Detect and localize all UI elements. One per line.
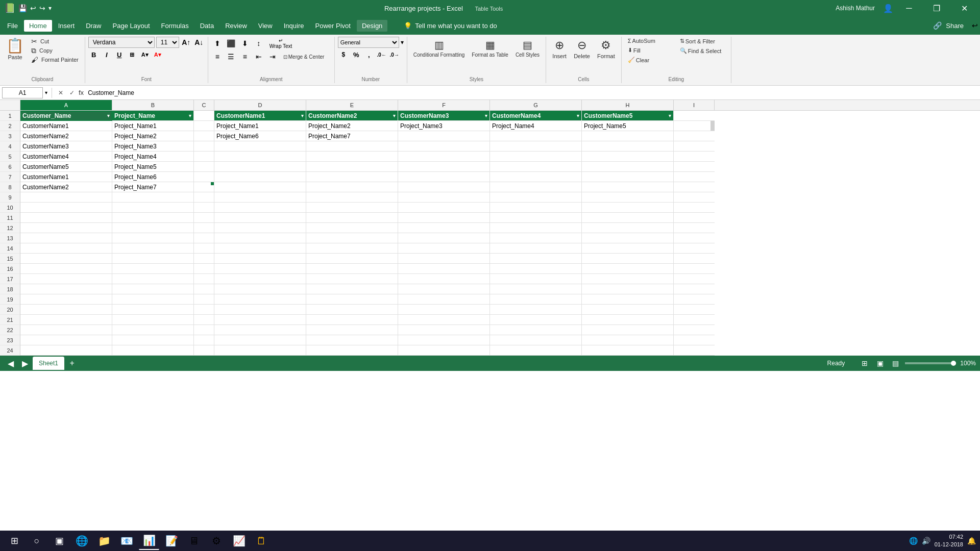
cell-A22[interactable] xyxy=(20,325,112,335)
autosum-button[interactable]: Σ AutoSum xyxy=(625,37,676,45)
cell-H8[interactable] xyxy=(582,182,674,192)
outlook-button[interactable]: 📧 xyxy=(116,532,137,550)
cell-H4[interactable] xyxy=(582,141,674,152)
cell-G8[interactable] xyxy=(490,182,582,192)
start-button[interactable]: ⊞ xyxy=(4,532,24,550)
network-icon[interactable]: 🌐 xyxy=(909,537,918,545)
cell-A18[interactable] xyxy=(20,284,112,294)
app5-button[interactable]: 🖥 xyxy=(184,532,204,550)
fill-color-button[interactable]: A▾ xyxy=(139,49,151,60)
taskbar-time[interactable]: 07:42 01-12-2018 xyxy=(935,533,963,549)
cell-C2[interactable] xyxy=(194,121,214,131)
normal-view-button[interactable]: ⊞ xyxy=(859,358,870,369)
quick-access-save[interactable]: 💾 xyxy=(18,4,27,12)
cell-E5[interactable] xyxy=(306,152,398,162)
minimize-button[interactable]: ─ xyxy=(897,0,921,16)
percent-button[interactable]: % xyxy=(351,49,362,60)
conditional-formatting-button[interactable]: ▥ Conditional Formatting xyxy=(410,37,468,60)
menu-review[interactable]: Review xyxy=(220,20,252,32)
powerbi-button[interactable]: 📈 xyxy=(229,532,249,550)
col-header-C[interactable]: C xyxy=(194,100,214,110)
cell-G5[interactable] xyxy=(490,152,582,162)
text-direction-button[interactable]: ↕ xyxy=(253,38,265,49)
page-break-view-button[interactable]: ▤ xyxy=(890,358,901,369)
edge-button[interactable]: 🌐 xyxy=(71,532,92,550)
cell-A11[interactable] xyxy=(20,213,112,223)
row-num-23[interactable]: 23 xyxy=(0,335,20,345)
increase-decimal-button[interactable]: .0→ xyxy=(389,49,400,60)
cell-A2[interactable]: CustomerName1 xyxy=(20,121,112,131)
share-label[interactable]: Share xyxy=(946,22,964,30)
row-num-9[interactable]: 9 xyxy=(0,192,20,203)
profile-icon[interactable]: 👤 xyxy=(883,4,893,13)
cell-reference-input[interactable]: A1 xyxy=(2,87,43,98)
cell-E1[interactable]: CustomerName2 ▾ xyxy=(306,111,398,121)
cell-F1[interactable]: CustomerName3 ▾ xyxy=(398,111,490,121)
cell-G7[interactable] xyxy=(490,172,582,182)
cell-I5[interactable] xyxy=(674,152,715,162)
quick-access-undo[interactable]: ↩ xyxy=(30,4,36,12)
menu-inquire[interactable]: Inquire xyxy=(279,20,309,32)
cell-D3[interactable]: Project_Name6 xyxy=(214,131,306,141)
cell-G3[interactable] xyxy=(490,131,582,141)
row-num-21[interactable]: 21 xyxy=(0,315,20,325)
cell-B7[interactable]: Project_Name6 xyxy=(112,172,194,182)
row-num-11[interactable]: 11 xyxy=(0,213,20,223)
align-right-button[interactable]: ≡ xyxy=(239,51,251,62)
cancel-formula-button[interactable]: ✕ xyxy=(56,89,65,96)
cell-E4[interactable] xyxy=(306,141,398,152)
cell-G1[interactable]: CustomerName4 ▾ xyxy=(490,111,582,121)
sheet-tab-sheet1[interactable]: Sheet1 xyxy=(33,357,64,370)
add-sheet-button[interactable]: + xyxy=(65,357,79,370)
row-num-19[interactable]: 19 xyxy=(0,294,20,305)
row-num-2[interactable]: 2 xyxy=(0,121,20,131)
cell-I7[interactable] xyxy=(674,172,715,182)
zoom-slider[interactable] xyxy=(905,362,956,364)
col-header-H[interactable]: H xyxy=(582,100,674,110)
scroll-sheets-left[interactable]: ◀ xyxy=(4,357,17,370)
cell-D6[interactable] xyxy=(214,162,306,172)
cell-A23[interactable] xyxy=(20,335,112,345)
cell-A12[interactable] xyxy=(20,223,112,233)
cell-B2[interactable]: Project_Name1 xyxy=(112,121,194,131)
cell-D4[interactable] xyxy=(214,141,306,152)
align-left-button[interactable]: ≡ xyxy=(211,51,224,62)
cell-I1[interactable] xyxy=(674,111,715,121)
cell-H7[interactable] xyxy=(582,172,674,182)
confirm-formula-button[interactable]: ✓ xyxy=(67,89,77,96)
cell-G2[interactable]: Project_Name4 xyxy=(490,121,582,131)
menu-file[interactable]: File xyxy=(2,20,23,32)
bold-button[interactable]: B xyxy=(88,49,100,60)
italic-button[interactable]: I xyxy=(101,49,112,60)
cell-G6[interactable] xyxy=(490,162,582,172)
cell-E7[interactable] xyxy=(306,172,398,182)
cell-A4[interactable]: CustomerName3 xyxy=(20,141,112,152)
cell-C4[interactable] xyxy=(194,141,214,152)
menu-insert[interactable]: Insert xyxy=(53,20,80,32)
menu-view[interactable]: View xyxy=(253,20,278,32)
format-painter-button[interactable]: 🖌 Format Painter xyxy=(28,55,82,64)
row-num-6[interactable]: 6 xyxy=(0,162,20,172)
format-as-table-button[interactable]: ▦ Format as Table xyxy=(469,37,511,60)
comma-button[interactable]: , xyxy=(363,49,375,60)
menu-home[interactable]: Home xyxy=(24,20,52,32)
cell-A13[interactable] xyxy=(20,233,112,243)
cell-A24[interactable] xyxy=(20,345,112,356)
paste-button[interactable]: 📋 Paste xyxy=(3,37,27,62)
file-explorer-button[interactable]: 📁 xyxy=(94,532,114,550)
cell-B3[interactable]: Project_Name2 xyxy=(112,131,194,141)
cell-I2[interactable] xyxy=(674,121,715,131)
filter-arrow-A1[interactable]: ▾ xyxy=(107,113,110,118)
col-header-I[interactable]: I xyxy=(674,100,715,110)
find-select-button[interactable]: 🔍 Find & Select xyxy=(677,46,728,55)
filter-arrow-F1[interactable]: ▾ xyxy=(485,113,487,118)
cell-styles-button[interactable]: ▤ Cell Styles xyxy=(512,37,543,60)
page-layout-view-button[interactable]: ▣ xyxy=(874,358,886,369)
cell-F7[interactable] xyxy=(398,172,490,182)
cell-F4[interactable] xyxy=(398,141,490,152)
cell-I6[interactable] xyxy=(674,162,715,172)
cell-B6[interactable]: Project_Name5 xyxy=(112,162,194,172)
cell-F6[interactable] xyxy=(398,162,490,172)
row-num-12[interactable]: 12 xyxy=(0,223,20,233)
row-num-16[interactable]: 16 xyxy=(0,264,20,274)
